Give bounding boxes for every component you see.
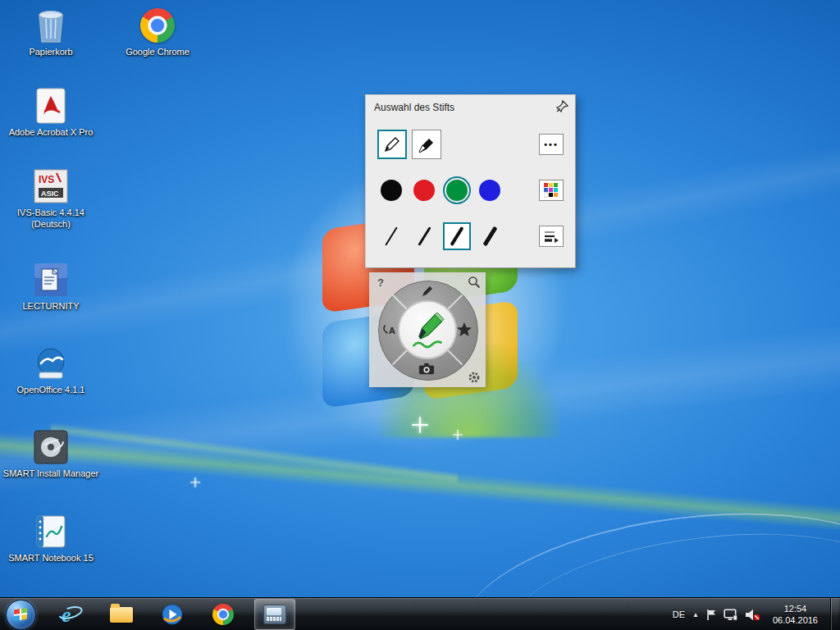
line-sample — [450, 226, 463, 246]
ivs-basic-icon: IVS ASIC — [32, 167, 70, 205]
line-properties-button[interactable] — [539, 226, 564, 247]
thickness-option-2[interactable] — [410, 222, 438, 250]
svg-text:e: e — [62, 603, 71, 627]
magnifier-button[interactable] — [467, 275, 482, 290]
pen-selection-panel: Auswahl des Stifts ••• — [365, 94, 576, 268]
tray-clock[interactable]: 12:54 06.04.2016 — [768, 603, 823, 627]
desktop-icon-papierkorb[interactable]: Papierkorb — [2, 7, 100, 58]
ring-star-tool[interactable] — [456, 322, 472, 338]
svg-text:ASIC: ASIC — [41, 189, 59, 198]
action-center-flag-icon[interactable] — [706, 609, 716, 621]
color-swatch-green-selected[interactable] — [446, 180, 468, 201]
chrome-icon — [139, 7, 176, 44]
desktop-icon-label: IVS-Basic 4.4.14 (Deutsch) — [2, 208, 100, 231]
ellipsis-icon: ••• — [544, 140, 559, 149]
wallpaper-sparkle — [453, 430, 463, 440]
taskbar-internet-explorer[interactable]: e — [51, 600, 90, 629]
wallpaper-sparkle — [412, 417, 428, 433]
folder-icon — [110, 607, 133, 623]
pen-tool-button[interactable] — [377, 130, 407, 159]
line-sample — [418, 226, 431, 246]
highlighter-icon — [416, 134, 437, 155]
palette-grid-icon — [544, 183, 559, 198]
taskbar-media-player[interactable] — [153, 600, 192, 629]
svg-text:A: A — [389, 326, 395, 336]
desktop-icon-label: OpenOffice 4.1.1 — [2, 385, 100, 396]
show-desktop-button[interactable] — [830, 598, 838, 630]
internet-explorer-icon: e — [57, 602, 84, 627]
smart-install-manager-icon — [32, 428, 70, 466]
smart-floating-tools: ? A — [369, 272, 486, 387]
desktop-icon-google-chrome[interactable]: Google Chrome — [108, 7, 207, 58]
start-button[interactable] — [6, 600, 36, 630]
clock-time: 12:54 — [773, 603, 818, 614]
green-pen-icon — [401, 304, 454, 356]
desktop-icon-smart-install-manager[interactable]: SMART Install Manager — [2, 428, 100, 480]
language-indicator[interactable]: DE — [673, 609, 685, 619]
line-sample — [482, 226, 497, 247]
recycle-bin-icon — [32, 7, 70, 44]
color-swatch-red[interactable] — [413, 180, 435, 201]
line-sample — [385, 226, 397, 245]
acrobat-icon — [32, 87, 70, 125]
desktop-icon-label: SMART Install Manager — [2, 468, 100, 480]
ring-text-tool[interactable]: A — [381, 322, 398, 338]
text-tool-icon: A — [381, 322, 398, 337]
desktop-icon-label: Google Chrome — [108, 47, 207, 58]
smart-notebook-icon — [32, 513, 70, 550]
help-button[interactable]: ? — [373, 275, 388, 290]
taskbar-google-chrome[interactable] — [203, 600, 243, 629]
desktop-icon-openoffice[interactable]: OpenOffice 4.1.1 — [2, 345, 100, 396]
ring-camera-capture[interactable] — [418, 360, 435, 377]
active-pen-center[interactable] — [398, 300, 457, 359]
lecturnity-icon — [32, 261, 70, 299]
desktop-icon-label: LECTURNITY — [2, 301, 100, 313]
panel-title: Auswahl des Stifts — [374, 102, 454, 113]
volume-muted-icon[interactable] — [745, 609, 760, 621]
clock-date: 06.04.2016 — [773, 614, 818, 626]
wallpaper-green-streak — [0, 429, 840, 539]
openoffice-icon — [32, 345, 70, 382]
media-player-icon — [161, 603, 184, 626]
taskbar-smart-tools-active[interactable] — [254, 599, 295, 630]
network-display-icon[interactable] — [724, 609, 737, 621]
desktop-icon-smart-notebook[interactable]: SMART Notebook 15 — [2, 513, 100, 564]
taskbar-windows-explorer[interactable] — [102, 600, 141, 629]
desktop-icon-adobe-acrobat[interactable]: Adobe Acrobat X Pro — [2, 87, 100, 139]
wallpaper-sparkle — [190, 477, 200, 487]
wallpaper-green-streak — [50, 422, 459, 486]
color-swatch-black[interactable] — [381, 180, 402, 201]
thickness-option-3-selected[interactable] — [443, 222, 471, 250]
color-swatch-blue[interactable] — [479, 180, 500, 201]
taskbar: e — [0, 597, 840, 630]
more-pens-button[interactable]: ••• — [539, 134, 564, 155]
help-icon: ? — [377, 276, 384, 289]
desktop-icon-ivs-basic[interactable]: IVS ASIC IVS-Basic 4.4.14 (Deutsch) — [2, 167, 100, 231]
pen-icon — [381, 134, 403, 155]
windows-flag-icon — [14, 608, 27, 621]
svg-text:IVS: IVS — [39, 174, 54, 185]
pen-icon — [420, 284, 435, 299]
line-properties-icon — [543, 230, 559, 243]
desktop-icon-label: Papierkorb — [2, 47, 100, 58]
desktop-icon-label: SMART Notebook 15 — [2, 553, 100, 564]
settings-button[interactable] — [467, 370, 482, 385]
thickness-option-4[interactable] — [476, 222, 504, 250]
gear-icon — [468, 371, 481, 384]
magnifier-icon — [468, 276, 481, 289]
desktop-icon-label: Adobe Acrobat X Pro — [2, 127, 100, 139]
system-tray: DE ▲ — [673, 598, 840, 630]
desktop-icon-lecturnity[interactable]: LECTURNITY — [2, 261, 100, 313]
ring-pen-tool[interactable] — [419, 283, 436, 299]
highlighter-tool-button[interactable] — [412, 130, 441, 159]
color-palette-button[interactable] — [539, 180, 564, 201]
smart-tools-icon — [263, 605, 286, 624]
star-icon — [456, 322, 472, 338]
chrome-icon — [212, 604, 234, 625]
pin-icon[interactable] — [555, 100, 568, 113]
hidden-icons-arrow[interactable]: ▲ — [692, 611, 699, 619]
desktop: Papierkorb Google Chrome Adobe Acrobat X… — [0, 0, 840, 630]
camera-icon — [418, 362, 435, 376]
thickness-option-1[interactable] — [377, 222, 405, 250]
